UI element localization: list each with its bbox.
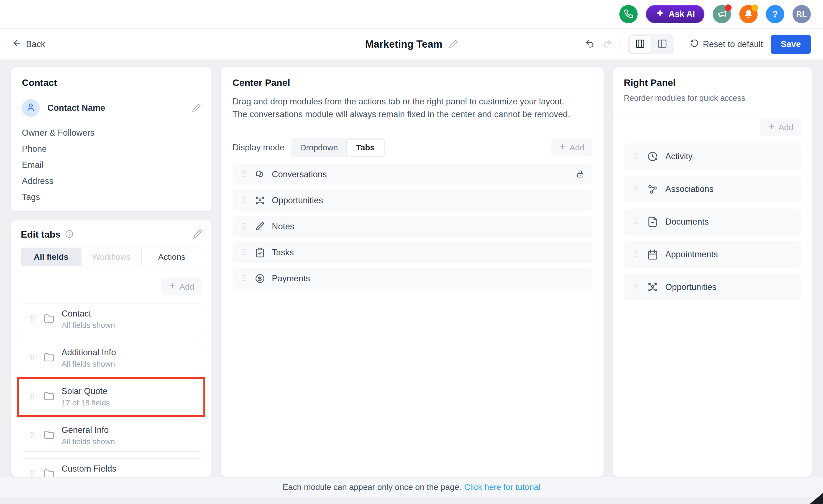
sparkles-icon [655, 8, 665, 20]
module-row-activity[interactable]: Activity [624, 143, 801, 170]
edit-tabs-tablist: All fields Workflows Actions [21, 248, 202, 266]
drag-handle-icon[interactable] [632, 184, 640, 194]
drag-handle-icon[interactable] [29, 430, 37, 441]
drag-handle-icon[interactable] [240, 273, 248, 284]
header-actions: Reset to default Save [585, 34, 811, 54]
info-icon [65, 230, 73, 239]
save-button[interactable]: Save [771, 35, 811, 54]
display-mode-dropdown[interactable]: Dropdown [292, 139, 346, 156]
contact-field: Phone [22, 144, 201, 154]
module-row-appointments[interactable]: Appointments [624, 241, 801, 268]
module-row-documents[interactable]: Documents [624, 209, 801, 235]
tab-item-custom-fields[interactable]: Custom Fields 18 of 21 fields [21, 458, 202, 477]
folder-icon [44, 352, 54, 364]
tab-item-general-info[interactable]: General Info All fields shown [21, 420, 202, 452]
module-row-opportunities[interactable]: Opportunities [232, 190, 592, 211]
add-label: Add [779, 123, 793, 132]
bell-icon [744, 9, 753, 19]
module-row-associations[interactable]: Associations [624, 176, 801, 202]
announcements-button[interactable] [713, 5, 731, 23]
tab-item-solar-quote[interactable]: Solar Quote 17 of 18 fields [21, 381, 202, 413]
display-mode-tabs[interactable]: Tabs [346, 139, 385, 156]
avatar-initials: RL [796, 10, 807, 19]
display-mode-label: Display mode [232, 143, 285, 153]
drag-handle-icon[interactable] [632, 151, 640, 162]
contact-name: Contact Name [47, 103, 105, 113]
tab-actions[interactable]: Actions [141, 248, 202, 266]
tab-item-contact[interactable]: Contact All fields shown [21, 303, 202, 335]
notifications-button[interactable] [739, 5, 758, 23]
layout-toggle [628, 34, 674, 54]
contact-name-row: Contact Name [22, 99, 201, 117]
add-right-module-button[interactable]: Add [760, 118, 801, 136]
columns-3-icon [635, 39, 645, 50]
folder-icon [44, 391, 54, 403]
edit-tabs-title: Edit tabs [21, 229, 61, 240]
edit-title-button[interactable] [449, 39, 458, 49]
phone-icon [624, 9, 633, 19]
tab-workflows[interactable]: Workflows [81, 248, 142, 266]
module-row-tasks[interactable]: Tasks [232, 242, 592, 263]
drag-handle-icon[interactable] [240, 195, 248, 206]
redo-icon [603, 45, 612, 50]
main-content: Contact Contact Name Owner & Followers P… [0, 60, 823, 477]
dollar-circle-icon [255, 273, 265, 284]
share-nodes-icon [647, 184, 658, 195]
drag-handle-icon[interactable] [29, 314, 37, 324]
module-row-payments[interactable]: Payments [232, 268, 592, 289]
center-panel: Center Panel Drag and drop modules from … [220, 67, 604, 477]
module-row-conversations[interactable]: Conversations [232, 164, 592, 185]
drag-handle-icon[interactable] [29, 469, 37, 477]
drag-handle-icon[interactable] [632, 282, 640, 292]
plus-icon [168, 282, 176, 292]
drag-handle-icon[interactable] [632, 217, 640, 227]
tab-item-subtitle: All fields shown [61, 437, 115, 446]
right-panel-subtitle: Reorder modules for quick access [624, 93, 801, 103]
module-label: Tasks [272, 248, 294, 258]
add-module-button[interactable]: Add [551, 139, 592, 157]
three-column-layout-button[interactable] [630, 36, 651, 53]
drag-handle-icon[interactable] [240, 247, 248, 258]
right-panel-title: Right Panel [624, 77, 801, 88]
module-label: Conversations [272, 170, 327, 180]
page-header: Back Marketing Team Reset to default S [0, 29, 823, 60]
phone-button[interactable] [619, 5, 638, 23]
edit-contact-button[interactable] [192, 103, 201, 113]
tutorial-link[interactable]: Click here for tutorial [464, 482, 540, 492]
ask-ai-button[interactable]: Ask AI [646, 5, 704, 23]
notification-dot [752, 4, 758, 11]
module-label: Documents [665, 217, 709, 227]
avatar[interactable]: RL [793, 5, 811, 23]
folder-icon [44, 469, 54, 477]
module-label: Opportunities [665, 282, 716, 292]
back-button[interactable]: Back [12, 38, 45, 50]
module-row-notes[interactable]: Notes [232, 216, 592, 237]
add-tab-button[interactable]: Add [161, 278, 202, 295]
contact-panel-title: Contact [22, 77, 201, 88]
add-label: Add [570, 143, 585, 152]
left-column: Contact Contact Name Owner & Followers P… [11, 67, 212, 477]
two-column-layout-button[interactable] [652, 36, 673, 53]
module-row-opportunities-right[interactable]: Opportunities [624, 274, 801, 300]
tab-item-additional-info[interactable]: Additional Info All fields shown [21, 342, 202, 374]
tab-all-fields[interactable]: All fields [21, 248, 81, 266]
right-panel-header: Right Panel Reorder modules for quick ac… [613, 77, 812, 103]
drag-handle-icon[interactable] [240, 221, 248, 232]
opportunities-icon [647, 282, 658, 293]
drag-handle-icon[interactable] [632, 249, 640, 260]
edit-tabs-edit-button[interactable] [193, 230, 202, 239]
redo-button[interactable] [603, 39, 612, 50]
question-icon: ? [772, 9, 778, 20]
undo-button[interactable] [585, 39, 595, 50]
drag-handle-icon[interactable] [29, 392, 37, 402]
drag-handle-icon[interactable] [29, 353, 37, 363]
help-button[interactable]: ? [766, 5, 784, 23]
notification-dot [725, 4, 731, 11]
reset-to-default-button[interactable]: Reset to default [690, 39, 763, 50]
chat-bubbles-icon [255, 169, 265, 180]
tab-item-subtitle: 17 of 18 fields [61, 399, 110, 407]
footer-note: Each module can appear only once on the … [283, 482, 461, 492]
drag-handle-icon[interactable] [240, 169, 248, 180]
clipboard-check-icon [255, 247, 265, 258]
add-label: Add [180, 282, 194, 292]
